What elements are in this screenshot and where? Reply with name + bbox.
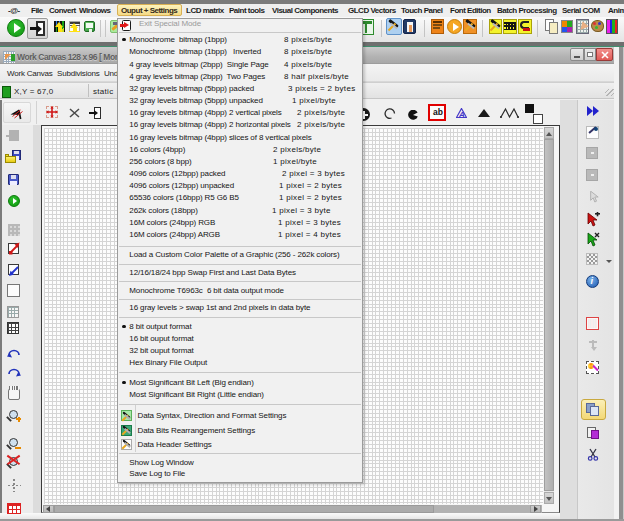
svg-text:A: A xyxy=(458,110,465,118)
